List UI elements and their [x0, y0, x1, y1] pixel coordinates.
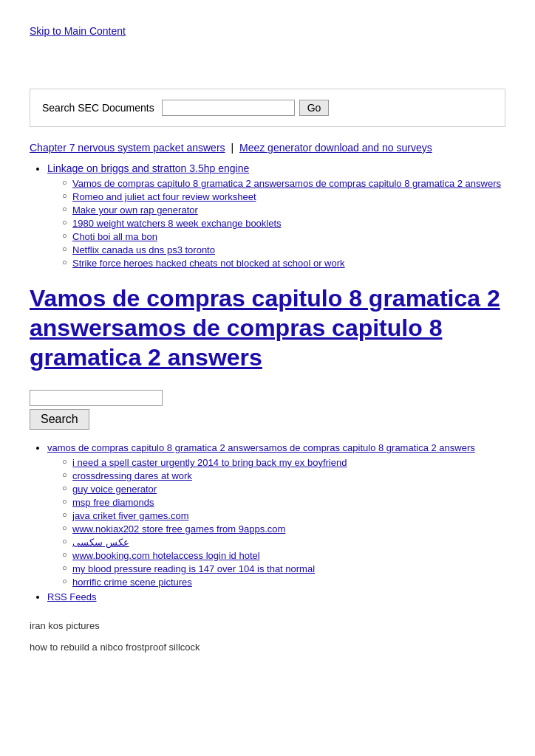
results-section: vamos de compras capitulo 8 gramatica 2 …	[30, 441, 505, 602]
list-item: عکس سکسی	[62, 536, 505, 548]
result-sub-link-3[interactable]: msp free diamonds	[72, 497, 154, 508]
footer-section: iran kos pictures how to rebuild a nibco…	[30, 620, 505, 653]
nav-top-list: Linkage on briggs and stratton 3.5hp eng…	[30, 162, 505, 269]
result-sub-link-6[interactable]: عکس سکسی	[72, 537, 129, 548]
result-sub-link-8[interactable]: my blood pressure reading is 147 over 10…	[72, 563, 315, 574]
list-item: RSS Feeds	[47, 591, 505, 602]
nav-list-section: Linkage on briggs and stratton 3.5hp eng…	[30, 162, 505, 269]
nav-sub-list: Vamos de compras capitulo 8 gramatica 2 …	[47, 177, 505, 269]
nav-top-item: Linkage on briggs and stratton 3.5hp eng…	[47, 162, 505, 269]
result-sub-link-0[interactable]: i need a spell caster urgently 2014 to b…	[72, 457, 347, 468]
result-sub-link-5[interactable]: www.nokiax202 store free games from 9app…	[72, 523, 285, 535]
list-item: 1980 weight watchers 8 week exchange boo…	[62, 217, 505, 229]
search-widget-button[interactable]: Search	[30, 409, 89, 430]
breadcrumb-separator: |	[231, 142, 234, 154]
footer-line1: iran kos pictures	[30, 620, 505, 631]
breadcrumb-link2[interactable]: Meez generator download and no surveys	[239, 142, 432, 154]
nav-sub-link-1[interactable]: Romeo and juliet act four review workshe…	[72, 191, 256, 202]
list-item: msp free diamonds	[62, 496, 505, 508]
nav-top-link[interactable]: Linkage on briggs and stratton 3.5hp eng…	[47, 162, 249, 174]
nav-sub-link-4[interactable]: Choti boi all ma bon	[72, 231, 157, 242]
list-item: www.booking.com hotelaccess login id hot…	[62, 549, 505, 561]
breadcrumb: Chapter 7 nervous system packet answers …	[30, 142, 505, 154]
footer-line2: how to rebuild a nibco frostproof sillco…	[30, 642, 505, 653]
breadcrumb-link1[interactable]: Chapter 7 nervous system packet answers	[30, 142, 225, 154]
list-item: vamos de compras capitulo 8 gramatica 2 …	[47, 441, 505, 588]
search-bar-section: Search SEC Documents Go	[30, 89, 505, 127]
search-sec-input[interactable]	[162, 100, 295, 116]
list-item: Vamos de compras capitulo 8 gramatica 2 …	[62, 177, 505, 189]
list-item: my blood pressure reading is 147 over 10…	[62, 563, 505, 574]
search-widget: Search	[30, 390, 505, 430]
search-go-button[interactable]: Go	[299, 100, 330, 116]
result-sub-link-1[interactable]: crossdressing dares at work	[72, 470, 192, 481]
list-item: Strike force heroes hacked cheats not bl…	[62, 257, 505, 269]
result-sub-link-2[interactable]: guy voice generator	[72, 484, 157, 495]
list-item: Romeo and juliet act four review workshe…	[62, 190, 505, 202]
list-item: horrific crime scene pictures	[62, 576, 505, 588]
result-sub-link-9[interactable]: horrific crime scene pictures	[72, 577, 192, 588]
list-item: guy voice generator	[62, 483, 505, 495]
list-item: Choti boi all ma bon	[62, 230, 505, 242]
nav-sub-link-2[interactable]: Make your own rap generator	[72, 205, 198, 216]
list-item: crossdressing dares at work	[62, 470, 505, 481]
nav-sub-link-3[interactable]: 1980 weight watchers 8 week exchange boo…	[72, 218, 282, 229]
result-top-link-0[interactable]: vamos de compras capitulo 8 gramatica 2 …	[47, 442, 475, 453]
list-item: Make your own rap generator	[62, 204, 505, 216]
main-heading-section: Vamos de compras capitulo 8 gramatica 2 …	[30, 284, 505, 372]
skip-to-main-link[interactable]: Skip to Main Content	[30, 25, 126, 37]
results-top-list: vamos de compras capitulo 8 gramatica 2 …	[30, 441, 505, 602]
list-item: java criket fiver games.com	[62, 509, 505, 521]
search-bar-label: Search SEC Documents	[42, 102, 154, 114]
nav-sub-link-6[interactable]: Strike force heroes hacked cheats not bl…	[72, 258, 345, 269]
search-widget-input[interactable]	[30, 390, 163, 406]
results-sub-list: i need a spell caster urgently 2014 to b…	[47, 456, 505, 588]
result-sub-link-4[interactable]: java criket fiver games.com	[72, 510, 189, 521]
list-item: www.nokiax202 store free games from 9app…	[62, 523, 505, 535]
main-heading-link[interactable]: Vamos de compras capitulo 8 gramatica 2 …	[30, 284, 505, 372]
list-item: i need a spell caster urgently 2014 to b…	[62, 456, 505, 468]
result-top-link-1[interactable]: RSS Feeds	[47, 591, 96, 602]
list-item: Netflix canada us dns ps3 toronto	[62, 244, 505, 255]
nav-sub-link-0[interactable]: Vamos de compras capitulo 8 gramatica 2 …	[72, 178, 501, 189]
result-sub-link-7[interactable]: www.booking.com hotelaccess login id hot…	[72, 550, 260, 561]
nav-sub-link-5[interactable]: Netflix canada us dns ps3 toronto	[72, 244, 215, 255]
